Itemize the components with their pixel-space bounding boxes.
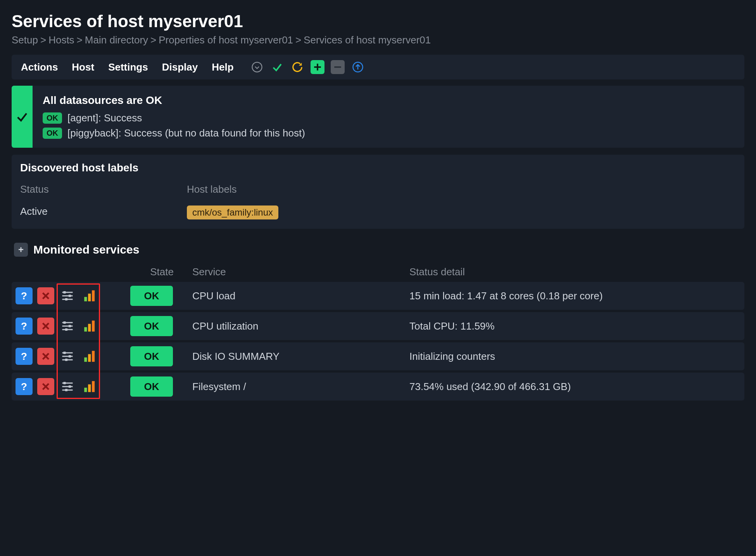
svg-rect-9: [64, 291, 66, 294]
services-columns: State Service Status detail: [12, 262, 744, 282]
svg-rect-16: [92, 290, 95, 301]
svg-rect-33: [69, 355, 71, 357]
svg-rect-42: [64, 382, 66, 384]
remove-icon[interactable]: [37, 287, 54, 304]
plus-icon[interactable]: [311, 60, 324, 74]
svg-rect-27: [92, 321, 95, 332]
svg-rect-37: [88, 354, 91, 362]
service-detail: 73.54% used (342.90 of 466.31 GB): [409, 381, 742, 393]
svg-rect-38: [92, 351, 95, 362]
status-badge: OK: [43, 112, 62, 124]
notice-panel: All datasources are OK OK[agent]: Succes…: [12, 86, 744, 148]
remove-icon[interactable]: [37, 318, 54, 335]
minus-icon[interactable]: [331, 60, 345, 74]
arrow-up-circle-icon[interactable]: [351, 60, 365, 74]
menu-actions[interactable]: Actions: [21, 61, 58, 73]
col-host-labels: Host labels: [187, 183, 736, 195]
col-status-detail: Status detail: [409, 266, 742, 278]
svg-rect-20: [64, 321, 66, 324]
remove-icon[interactable]: [37, 348, 54, 365]
notice-text: [agent]: Success: [67, 112, 142, 124]
discovered-host-labels-section: Discovered host labels Status Host label…: [12, 155, 744, 229]
table-row: ?OKDisk IO SUMMARYInitializing counters: [12, 342, 744, 370]
svg-rect-26: [88, 324, 91, 332]
service-name: Filesystem /: [192, 381, 409, 393]
breadcrumb-item[interactable]: Hosts: [48, 34, 74, 46]
breadcrumb-sep: >: [40, 34, 46, 46]
host-label-tag[interactable]: cmk/os_family:linux: [187, 205, 278, 219]
refresh-icon[interactable]: [290, 60, 304, 74]
graph-icon[interactable]: [81, 287, 98, 304]
svg-rect-13: [65, 298, 67, 300]
remove-icon[interactable]: [37, 378, 54, 395]
menu-host[interactable]: Host: [72, 61, 94, 73]
breadcrumb: Setup>Hosts>Main directory>Properties of…: [12, 34, 744, 46]
help-icon[interactable]: ?: [16, 287, 33, 304]
check-icon[interactable]: [270, 60, 284, 74]
graph-icon[interactable]: [81, 378, 98, 395]
breadcrumb-sep: >: [77, 34, 83, 46]
breadcrumb-sep: >: [295, 34, 301, 46]
parameters-icon[interactable]: [59, 287, 76, 304]
col-status: Status: [20, 183, 187, 195]
status-badge: OK: [43, 128, 62, 139]
state-badge: OK: [130, 286, 173, 306]
breadcrumb-item[interactable]: Properties of host myserver01: [159, 34, 293, 46]
state-badge: OK: [130, 376, 173, 397]
svg-rect-44: [69, 385, 71, 388]
service-name: CPU utilization: [192, 320, 409, 332]
breadcrumb-item[interactable]: Services of host myserver01: [304, 34, 431, 46]
svg-rect-35: [65, 359, 67, 361]
notice-line: OK[piggyback]: Success (but no data foun…: [43, 127, 305, 139]
svg-rect-25: [84, 327, 87, 332]
svg-rect-31: [64, 352, 66, 354]
menu-settings[interactable]: Settings: [108, 61, 148, 73]
menu-help[interactable]: Help: [212, 61, 233, 73]
expand-services-button[interactable]: +: [14, 243, 28, 257]
service-detail: Total CPU: 11.59%: [409, 320, 742, 332]
table-row: ?OKCPU load15 min load: 1.47 at 8 cores …: [12, 282, 744, 310]
notice-title: All datasources are OK: [43, 94, 305, 107]
monitored-services-section: + Monitored services State Service Statu…: [12, 237, 744, 401]
menu-display[interactable]: Display: [162, 61, 198, 73]
toolbar: Actions Host Settings Display Help: [12, 55, 744, 79]
svg-rect-24: [65, 328, 67, 331]
svg-rect-11: [69, 295, 71, 297]
status-value: Active: [20, 205, 187, 219]
page-title: Services of host myserver01: [12, 12, 744, 31]
svg-rect-14: [84, 297, 87, 301]
table-row: ?OKFilesystem /73.54% used (342.90 of 46…: [12, 373, 744, 401]
svg-rect-15: [88, 294, 91, 301]
service-name: Disk IO SUMMARY: [192, 351, 409, 363]
parameters-icon[interactable]: [59, 348, 76, 365]
check-icon: [16, 110, 29, 123]
svg-point-0: [252, 62, 262, 72]
service-name: CPU load: [192, 290, 409, 302]
graph-icon[interactable]: [81, 318, 98, 335]
breadcrumb-item[interactable]: Main directory: [85, 34, 148, 46]
breadcrumb-sep: >: [150, 34, 156, 46]
help-icon[interactable]: ?: [16, 318, 33, 335]
svg-rect-22: [69, 325, 71, 327]
breadcrumb-item[interactable]: Setup: [12, 34, 38, 46]
parameters-icon[interactable]: [59, 378, 76, 395]
svg-rect-48: [88, 384, 91, 392]
service-detail: Initializing counters: [409, 351, 742, 363]
parameters-icon[interactable]: [59, 318, 76, 335]
col-service: Service: [192, 266, 409, 278]
discovered-header: Discovered host labels: [12, 155, 744, 180]
notice-text: [piggyback]: Success (but no data found …: [67, 127, 305, 139]
services-header: Monitored services: [33, 243, 139, 256]
svg-rect-36: [84, 357, 87, 362]
notice-status-bar: [12, 86, 33, 148]
help-icon[interactable]: ?: [16, 348, 33, 365]
service-detail: 15 min load: 1.47 at 8 cores (0.18 per c…: [409, 290, 742, 302]
notice-line: OK[agent]: Success: [43, 112, 305, 124]
table-row: ?OKCPU utilizationTotal CPU: 11.59%: [12, 312, 744, 340]
graph-icon[interactable]: [81, 348, 98, 365]
state-badge: OK: [130, 316, 173, 336]
help-icon[interactable]: ?: [16, 378, 33, 395]
chevron-down-circle-icon[interactable]: [250, 60, 264, 74]
svg-rect-49: [92, 381, 95, 392]
svg-rect-47: [84, 388, 87, 392]
